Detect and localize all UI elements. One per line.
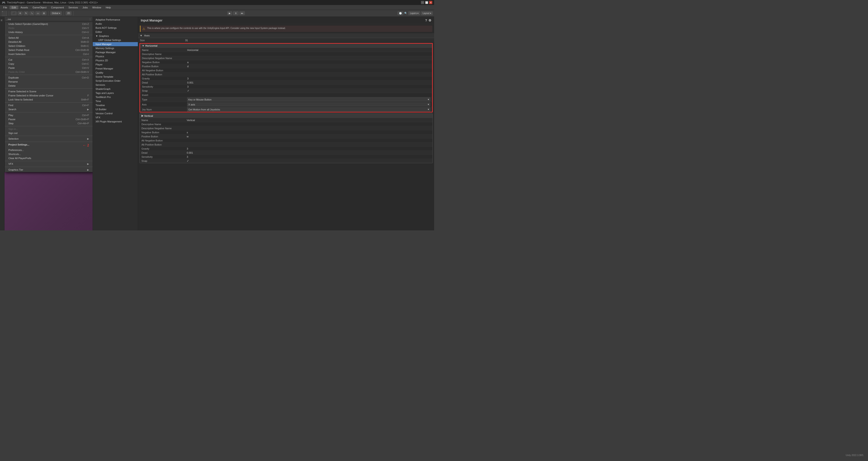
- ctx-lock-view[interactable]: Lock View to Selected Shift+F: [5, 97, 93, 102]
- menu-file[interactable]: File: [1, 6, 9, 9]
- im-joy-num-dropdown[interactable]: Get Motion from all Joysticks ▾: [187, 107, 430, 111]
- ss-package-manager[interactable]: Package Manager: [93, 50, 138, 54]
- ctx-pause[interactable]: Pause Ctrl+Shift+P: [5, 117, 93, 121]
- ss-services[interactable]: Services: [93, 83, 138, 87]
- rotate-tool-button[interactable]: ↻: [24, 11, 29, 15]
- maximize-button[interactable]: ⬜: [425, 1, 428, 4]
- menu-component[interactable]: Component: [49, 6, 66, 9]
- ss-quality[interactable]: Quality: [93, 71, 138, 75]
- ctx-redo[interactable]: Redo Ctrl+Y: [5, 26, 93, 30]
- ctx-preferences-label: Preferences...: [8, 149, 24, 151]
- horizontal-section-header[interactable]: ▼ Horizontal: [140, 44, 432, 48]
- ctx-paste[interactable]: Paste Ctrl+V: [5, 66, 93, 70]
- ss-scene-template[interactable]: Scene Template: [93, 75, 138, 79]
- ctx-duplicate[interactable]: Duplicate Ctrl+D: [5, 75, 93, 80]
- ctx-copy-label: Copy: [8, 62, 14, 65]
- menu-edit[interactable]: Edit: [9, 6, 18, 9]
- ss-memory-settings[interactable]: Memory Settings: [93, 46, 138, 50]
- axes-expand-icon[interactable]: ▼: [140, 34, 143, 37]
- im-help-icon[interactable]: ?: [425, 19, 427, 22]
- ctx-sign-in[interactable]: Sign in...: [5, 127, 93, 131]
- ss-graphics[interactable]: ▼Graphics: [93, 34, 138, 38]
- ss-input-manager[interactable]: Input Manager: [93, 42, 138, 46]
- ss-adaptive-performance[interactable]: Adaptive Performance: [93, 18, 138, 22]
- ctx-shortcuts[interactable]: Shortcuts...: [5, 152, 93, 156]
- menu-assets[interactable]: Assets: [18, 6, 30, 9]
- ctx-copy[interactable]: Copy Ctrl+C: [5, 62, 93, 66]
- ss-physics-2d[interactable]: Physics 2D: [93, 58, 138, 62]
- ctx-undo[interactable]: Undo Select Fjenden (GameObject) Ctrl+Z: [5, 22, 93, 26]
- ctx-sep-6: [5, 112, 93, 113]
- menu-window[interactable]: Window: [90, 6, 103, 9]
- ctx-paste-as-child[interactable]: Paste As Child Ctrl+Shift+V: [5, 70, 93, 74]
- ss-xr-plugin[interactable]: XR Plugin Management: [93, 120, 138, 124]
- ss-tags-layers[interactable]: Tags and Layers: [93, 91, 138, 95]
- ss-burst-aot[interactable]: Burst AOT Settings: [93, 26, 138, 30]
- ss-editor[interactable]: Editor: [93, 30, 138, 34]
- ss-ui-builder[interactable]: UI Builder: [93, 107, 138, 111]
- ss-urp-global[interactable]: URP Global Settings: [93, 38, 138, 42]
- play-button[interactable]: ▶: [227, 11, 232, 15]
- ctx-frame-selected-scene[interactable]: Frame Selected in Scene: [5, 89, 93, 93]
- ctx-undo-history[interactable]: Undo History Ctrl+U: [5, 30, 93, 34]
- ctx-invert-selection[interactable]: Invert Selection Ctrl+I: [5, 52, 93, 56]
- ctx-paste-label: Paste: [8, 66, 15, 69]
- ctx-copy-shortcut: Ctrl+C: [82, 62, 89, 65]
- vertical-section-header[interactable]: ▶ Vertical: [140, 114, 433, 118]
- im-axis-dropdown[interactable]: X axis ▾: [187, 102, 430, 106]
- ctx-clear-prefs[interactable]: Clear All PlayerPrefs: [5, 156, 93, 160]
- im-type-dropdown[interactable]: Key or Mouse Button ▾: [187, 97, 430, 101]
- pause-button[interactable]: ⏸: [233, 11, 239, 15]
- menu-help[interactable]: Help: [103, 6, 113, 9]
- history-button[interactable]: 🕐: [398, 11, 403, 15]
- ctx-project-settings[interactable]: Project Settings... ← 2: [5, 143, 93, 148]
- ctx-selection[interactable]: Selection ▶: [5, 137, 93, 141]
- ss-audio[interactable]: Audio: [93, 22, 138, 26]
- ctx-preferences[interactable]: Preferences...: [5, 148, 93, 152]
- multi-tool-button[interactable]: ⊞: [41, 11, 46, 15]
- ctx-sign-out[interactable]: Sign out: [5, 131, 93, 135]
- ss-shadergraph[interactable]: ShaderGraph: [93, 87, 138, 91]
- ctx-frame-selected-window[interactable]: Frame Selected in Window under Cursor F: [5, 93, 93, 97]
- im-joy-num-value: Get Motion from all Joysticks: [188, 108, 220, 111]
- ctx-play[interactable]: Play Ctrl+P: [5, 113, 93, 117]
- rect-tool-button[interactable]: ▭: [35, 11, 40, 15]
- ss-timeline[interactable]: Timeline: [93, 103, 138, 107]
- ss-version-control[interactable]: Version Control: [93, 111, 138, 116]
- ctx-graphics-tier[interactable]: Graphics Tier ▶: [5, 168, 93, 172]
- ctx-vfx[interactable]: VFX ▶: [5, 162, 93, 166]
- ss-textmesh-pro[interactable]: TextMesh Pro: [93, 95, 138, 99]
- ctx-cut[interactable]: Cut Ctrl+X: [5, 58, 93, 62]
- layers-button[interactable]: Layers ▾: [408, 11, 420, 15]
- menu-gameobject[interactable]: GameObject: [30, 6, 49, 9]
- transform-tool-button[interactable]: ⬛: [11, 11, 17, 15]
- ctx-find[interactable]: Find Ctrl+F: [5, 103, 93, 107]
- ss-physics[interactable]: Physics: [93, 54, 138, 58]
- ctx-step[interactable]: Step Ctrl+Alt+P: [5, 121, 93, 125]
- ctx-select-children[interactable]: Select Children Shift+C: [5, 44, 93, 48]
- im-settings-icon[interactable]: ⚙: [429, 19, 431, 22]
- step-button[interactable]: ⏭: [240, 11, 245, 15]
- menu-jobs[interactable]: Jobs: [80, 6, 90, 9]
- scale-tool-button[interactable]: ⤡: [29, 11, 34, 15]
- layout-button[interactable]: Layout ▾: [421, 11, 433, 15]
- move-tool-button[interactable]: ✛: [18, 11, 23, 15]
- im-neg-btn-value: a: [187, 61, 430, 64]
- ctx-rename[interactable]: Rename: [5, 80, 93, 84]
- ctx-find-shortcut: Ctrl+F: [82, 104, 89, 106]
- ss-player[interactable]: Player: [93, 62, 138, 66]
- ctx-delete[interactable]: Delete: [5, 84, 93, 88]
- ss-script-execution[interactable]: Script Execution Order: [93, 79, 138, 83]
- ss-vfx[interactable]: VFX: [93, 116, 138, 120]
- pivot-toggle[interactable]: Global ▾: [50, 11, 62, 15]
- ctx-search[interactable]: Search ▶: [5, 107, 93, 112]
- minimize-button[interactable]: −: [421, 1, 424, 4]
- 2d-toggle[interactable]: 2D: [66, 11, 72, 15]
- ctx-select-prefab-root[interactable]: Select Prefab Root Ctrl+Shift+R: [5, 48, 93, 52]
- close-button[interactable]: ✕: [429, 1, 432, 4]
- ss-preset-manager[interactable]: Preset Manager: [93, 66, 138, 71]
- ctx-select-all[interactable]: Select All Ctrl+A: [5, 36, 93, 40]
- menu-services[interactable]: Services: [66, 6, 80, 9]
- ss-time[interactable]: Time: [93, 99, 138, 103]
- ctx-deselect-all[interactable]: Deselect All Shift+D: [5, 40, 93, 44]
